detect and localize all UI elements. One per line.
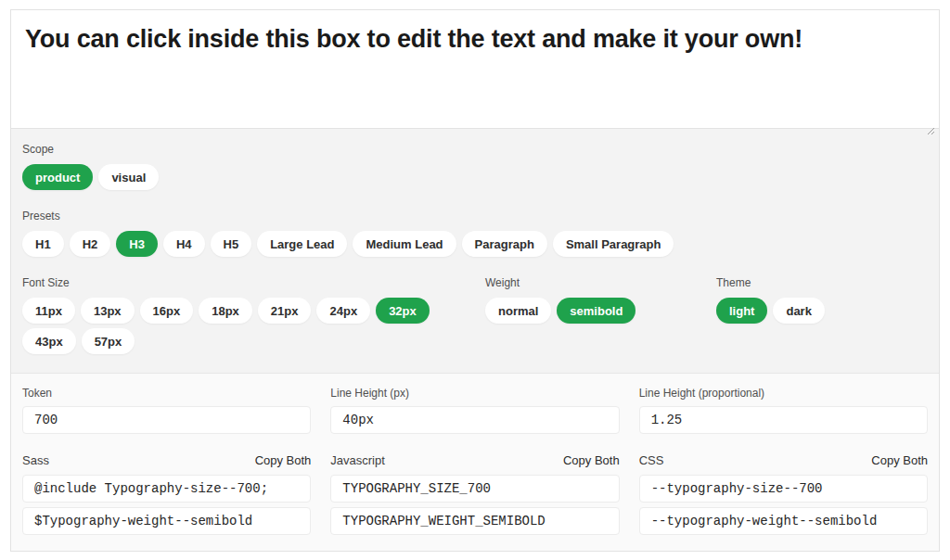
pill-24px[interactable]: 24px — [316, 298, 370, 324]
pill-18px[interactable]: 18px — [199, 298, 252, 324]
controls-panel: Scope productvisual Presets H1H2H3H4H5La… — [11, 129, 939, 374]
pill-11px[interactable]: 11px — [22, 298, 75, 324]
css-size-output[interactable] — [639, 475, 928, 503]
presets-group: Presets H1H2H3H4H5Large LeadMedium LeadP… — [22, 210, 928, 257]
pill-medium-lead[interactable]: Medium Lead — [353, 231, 456, 257]
app-frame: You can click inside this box to edit th… — [10, 9, 940, 552]
pill-normal[interactable]: normal — [485, 298, 551, 324]
token-label: Token — [22, 387, 311, 400]
sass-label: Sass — [22, 453, 49, 467]
css-label: CSS — [639, 453, 664, 467]
pill-21px[interactable]: 21px — [258, 298, 312, 324]
pill-16px[interactable]: 16px — [140, 298, 194, 324]
weight-group: Weight normalsemibold — [485, 276, 716, 354]
pill-visual[interactable]: visual — [98, 164, 159, 190]
font-size-label: Font Size — [22, 276, 485, 289]
line-height-proportional-label: Line Height (proportional) — [639, 387, 928, 400]
outputs-panel: Token Line Height (px) Line Height (prop… — [11, 374, 939, 551]
pill-large-lead[interactable]: Large Lead — [257, 231, 347, 257]
pill-h5[interactable]: H5 — [211, 231, 252, 257]
token-field-group: Token — [22, 387, 311, 434]
sass-weight-output[interactable] — [22, 507, 311, 535]
pill-h3[interactable]: H3 — [116, 231, 158, 257]
pill-light[interactable]: light — [716, 298, 767, 324]
line-height-proportional-input[interactable] — [639, 406, 928, 434]
presets-label: Presets — [22, 210, 928, 223]
textarea-resize-handle-icon[interactable] — [926, 126, 935, 135]
css-weight-output[interactable] — [639, 507, 928, 535]
line-height-proportional-field-group: Line Height (proportional) — [639, 387, 928, 434]
sass-section: Sass Copy Both — [22, 453, 311, 540]
scope-label: Scope — [22, 143, 928, 156]
token-input[interactable] — [22, 406, 311, 434]
weight-options: normalsemibold — [485, 298, 716, 324]
javascript-weight-output[interactable] — [330, 507, 619, 535]
weight-label: Weight — [485, 276, 716, 289]
javascript-copy-both-button[interactable]: Copy Both — [563, 453, 620, 467]
javascript-size-output[interactable] — [330, 475, 619, 503]
pill-small-paragraph[interactable]: Small Paragraph — [553, 231, 674, 257]
pill-43px[interactable]: 43px — [22, 328, 76, 354]
css-section: CSS Copy Both — [639, 453, 928, 540]
pill-h4[interactable]: H4 — [163, 231, 205, 257]
javascript-label: Javascript — [330, 453, 385, 467]
line-height-px-field-group: Line Height (px) — [330, 387, 619, 434]
pill-32px[interactable]: 32px — [376, 298, 430, 324]
presets-options: H1H2H3H4H5Large LeadMedium LeadParagraph… — [22, 231, 928, 257]
css-copy-both-button[interactable]: Copy Both — [871, 453, 928, 467]
pill-h2[interactable]: H2 — [70, 231, 111, 257]
pill-dark[interactable]: dark — [773, 298, 824, 324]
line-height-px-input[interactable] — [330, 406, 619, 434]
scope-group: Scope productvisual — [22, 143, 928, 190]
pill-product[interactable]: product — [22, 164, 93, 190]
sass-size-output[interactable] — [22, 475, 311, 503]
pill-57px[interactable]: 57px — [82, 328, 135, 354]
javascript-section: Javascript Copy Both — [330, 453, 619, 540]
scope-options: productvisual — [22, 164, 928, 190]
pill-semibold[interactable]: semibold — [557, 298, 635, 324]
font-size-group: Font Size 11px13px16px18px21px24px32px43… — [22, 276, 485, 354]
sass-copy-both-button[interactable]: Copy Both — [255, 453, 312, 467]
line-height-px-label: Line Height (px) — [330, 387, 619, 400]
theme-options: lightdark — [716, 298, 928, 324]
theme-group: Theme lightdark — [716, 276, 928, 354]
pill-h1[interactable]: H1 — [22, 231, 64, 257]
font-size-options: 11px13px16px18px21px24px32px43px57px — [22, 298, 485, 354]
pill-13px[interactable]: 13px — [81, 298, 135, 324]
pill-paragraph[interactable]: Paragraph — [462, 231, 547, 257]
theme-label: Theme — [716, 276, 928, 289]
editable-text-box[interactable]: You can click inside this box to edit th… — [11, 10, 939, 129]
